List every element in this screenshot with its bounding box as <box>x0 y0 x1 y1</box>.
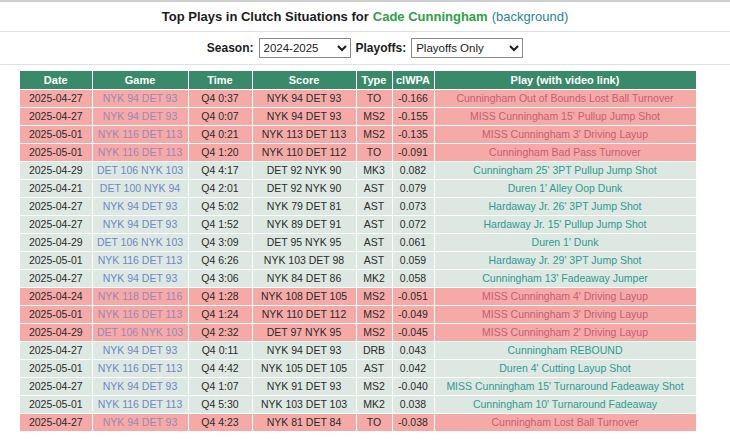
score-cell: NYK 79 DET 81 <box>252 197 356 215</box>
column-header-score: Score <box>252 71 356 89</box>
game-link[interactable]: NYK 94 DET 93 <box>92 107 188 125</box>
game-link[interactable]: DET 106 NYK 103 <box>92 233 188 251</box>
game-link[interactable]: NYK 116 DET 113 <box>92 143 188 161</box>
play-link[interactable]: Cunningham 13' Fadeaway Jumper <box>434 269 696 287</box>
time-cell: Q4 1:24 <box>188 305 252 323</box>
play-link[interactable]: MISS Cunningham 15' Turnaround Fadeaway … <box>434 377 696 395</box>
table-row: 2025-05-01 NYK 116 DET 113 Q4 5:30 NYK 1… <box>20 395 696 413</box>
play-link[interactable]: MISS Cunningham 3' Driving Layup <box>434 305 696 323</box>
clwpa-cell: 0.038 <box>392 395 434 413</box>
plays-table: Date Game Time Score Type clWPA Play (wi… <box>20 71 697 432</box>
game-link[interactable]: NYK 94 DET 93 <box>92 341 188 359</box>
time-cell: Q4 2:01 <box>188 179 252 197</box>
game-link[interactable]: DET 100 NYK 94 <box>92 179 188 197</box>
score-cell: NYK 81 DET 84 <box>252 413 356 431</box>
play-link[interactable]: Cunningham Lost Ball Turnover <box>434 413 696 431</box>
date-cell: 2025-05-01 <box>20 395 92 413</box>
date-cell: 2025-04-27 <box>20 107 92 125</box>
game-link[interactable]: DET 106 NYK 103 <box>92 161 188 179</box>
play-link[interactable]: Duren 4' Cutting Layup Shot <box>434 359 696 377</box>
table-row: 2025-04-27 NYK 94 DET 93 Q4 5:02 NYK 79 … <box>20 197 696 215</box>
background-link[interactable]: (background) <box>492 9 569 24</box>
season-select[interactable]: 2024-2025 <box>259 38 351 58</box>
clwpa-cell: -0.049 <box>392 305 434 323</box>
playoffs-select[interactable]: Playoffs Only <box>411 38 523 58</box>
clwpa-cell: -0.091 <box>392 143 434 161</box>
score-cell: NYK 110 DET 112 <box>252 305 356 323</box>
game-link[interactable]: NYK 116 DET 113 <box>92 359 188 377</box>
type-cell: MK3 <box>356 161 392 179</box>
time-cell: Q4 1:20 <box>188 143 252 161</box>
game-link[interactable]: NYK 94 DET 93 <box>92 215 188 233</box>
type-cell: AST <box>356 233 392 251</box>
play-link[interactable]: Hardaway Jr. 15' Pullup Jump Shot <box>434 215 696 233</box>
table-row: 2025-04-27 NYK 94 DET 93 Q4 4:23 NYK 81 … <box>20 413 696 431</box>
play-link[interactable]: Duren 1' Dunk <box>434 233 696 251</box>
date-cell: 2025-04-27 <box>20 377 92 395</box>
table-row: 2025-04-24 NYK 118 DET 116 Q4 1:28 NYK 1… <box>20 287 696 305</box>
game-link[interactable]: DET 106 NYK 103 <box>92 323 188 341</box>
play-link[interactable]: Hardaway Jr. 29' 3PT Jump Shot <box>434 251 696 269</box>
play-link[interactable]: MISS Cunningham 3' Driving Layup <box>434 125 696 143</box>
playoffs-label: Playoffs: <box>356 41 407 55</box>
date-cell: 2025-05-01 <box>20 305 92 323</box>
play-link[interactable]: Duren 1' Alley Oop Dunk <box>434 179 696 197</box>
clwpa-cell: 0.073 <box>392 197 434 215</box>
date-cell: 2025-05-01 <box>20 125 92 143</box>
clwpa-cell: -0.045 <box>392 323 434 341</box>
score-cell: NYK 113 DET 113 <box>252 125 356 143</box>
time-cell: Q4 0:07 <box>188 107 252 125</box>
play-link[interactable]: MISS Cunningham 2' Driving Layup <box>434 323 696 341</box>
time-cell: Q4 6:26 <box>188 251 252 269</box>
date-cell: 2025-04-29 <box>20 233 92 251</box>
score-cell: NYK 103 DET 103 <box>252 395 356 413</box>
game-link[interactable]: NYK 118 DET 116 <box>92 287 188 305</box>
play-link[interactable]: Cunningham Bad Pass Turnover <box>434 143 696 161</box>
game-link[interactable]: NYK 94 DET 93 <box>92 197 188 215</box>
column-header-date: Date <box>20 71 92 89</box>
time-cell: Q4 4:23 <box>188 413 252 431</box>
date-cell: 2025-04-21 <box>20 179 92 197</box>
game-link[interactable]: NYK 116 DET 113 <box>92 395 188 413</box>
date-cell: 2025-04-27 <box>20 413 92 431</box>
game-link[interactable]: NYK 94 DET 93 <box>92 377 188 395</box>
clwpa-cell: -0.155 <box>392 107 434 125</box>
score-cell: NYK 91 DET 93 <box>252 377 356 395</box>
column-header-type: Type <box>356 71 392 89</box>
play-link[interactable]: Cunningham 25' 3PT Pullup Jump Shot <box>434 161 696 179</box>
game-link[interactable]: NYK 94 DET 93 <box>92 413 188 431</box>
game-link[interactable]: NYK 116 DET 113 <box>92 125 188 143</box>
play-link[interactable]: Cunningham Out of Bounds Lost Ball Turno… <box>434 89 696 107</box>
clwpa-cell: -0.040 <box>392 377 434 395</box>
play-link[interactable]: MISS Cunningham 4' Driving Layup <box>434 287 696 305</box>
play-link[interactable]: Cunningham 10' Turnaround Fadeaway <box>434 395 696 413</box>
play-link[interactable]: Cunningham REBOUND <box>434 341 696 359</box>
type-cell: TO <box>356 143 392 161</box>
clwpa-cell: 0.061 <box>392 233 434 251</box>
score-cell: NYK 108 DET 105 <box>252 287 356 305</box>
clwpa-cell: -0.038 <box>392 413 434 431</box>
date-cell: 2025-04-27 <box>20 269 92 287</box>
type-cell: MK2 <box>356 269 392 287</box>
game-link[interactable]: NYK 116 DET 113 <box>92 305 188 323</box>
game-link[interactable]: NYK 94 DET 93 <box>92 89 188 107</box>
play-link[interactable]: Hardaway Jr. 26' 3PT Jump Shot <box>434 197 696 215</box>
play-link[interactable]: MISS Cunningham 15' Pullup Jump Shot <box>434 107 696 125</box>
column-header-play: Play (with video link) <box>434 71 696 89</box>
clwpa-cell: 0.058 <box>392 269 434 287</box>
type-cell: AST <box>356 197 392 215</box>
game-link[interactable]: NYK 94 DET 93 <box>92 269 188 287</box>
table-row: 2025-04-29 DET 106 NYK 103 Q4 4:17 DET 9… <box>20 161 696 179</box>
table-row: 2025-04-21 DET 100 NYK 94 Q4 2:01 DET 92… <box>20 179 696 197</box>
date-cell: 2025-04-24 <box>20 287 92 305</box>
season-label: Season: <box>207 41 254 55</box>
table-row: 2025-04-27 NYK 94 DET 93 Q4 1:07 NYK 91 … <box>20 377 696 395</box>
title-prefix: Top Plays in Clutch Situations for <box>162 9 369 24</box>
plays-table-container: Date Game Time Score Type clWPA Play (wi… <box>0 65 730 432</box>
game-link[interactable]: NYK 116 DET 113 <box>92 251 188 269</box>
table-row: 2025-04-29 DET 106 NYK 103 Q4 2:32 DET 9… <box>20 323 696 341</box>
type-cell: AST <box>356 215 392 233</box>
score-cell: NYK 103 DET 98 <box>252 251 356 269</box>
date-cell: 2025-05-01 <box>20 251 92 269</box>
table-row: 2025-04-27 NYK 94 DET 93 Q4 0:07 NYK 94 … <box>20 107 696 125</box>
